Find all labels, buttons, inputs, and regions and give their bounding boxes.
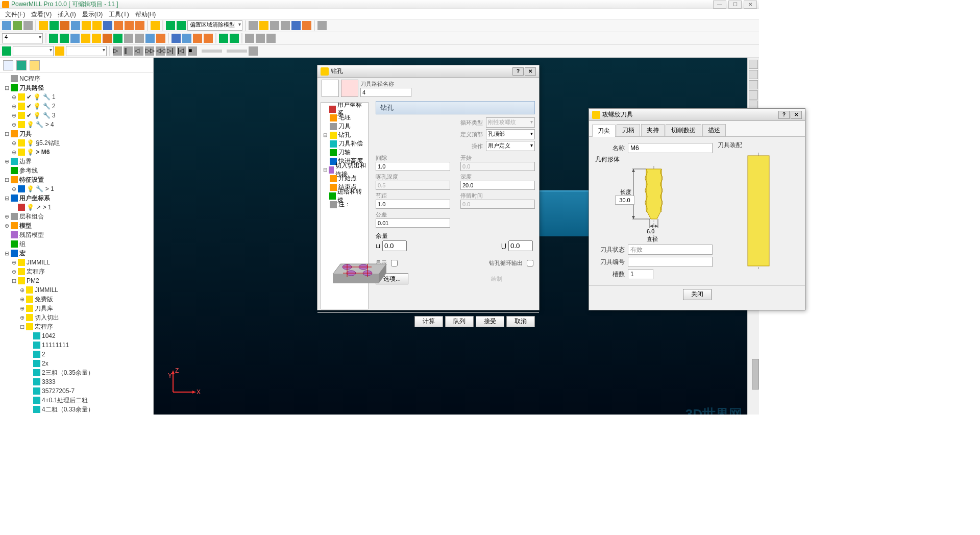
tree-node[interactable]: 参考线	[2, 166, 151, 175]
viewport-3d[interactable]: X Z Y 3D世界网 Delcam 钻孔 ? ✕	[154, 58, 747, 415]
explorer-tree-icon[interactable]	[3, 60, 13, 70]
cancel-button[interactable]: 取消	[506, 316, 535, 327]
path-name-input[interactable]	[360, 88, 411, 97]
tree-node[interactable]: ⊕切入切出	[2, 313, 151, 322]
pitch-input[interactable]	[376, 200, 450, 209]
tab-shank[interactable]: 刀柄	[617, 124, 640, 136]
tb-strategy-icon[interactable]	[166, 21, 175, 30]
tb2-icon[interactable]	[256, 34, 265, 43]
tree-node[interactable]: ⊕免费版	[2, 295, 151, 304]
tb2-icon[interactable]	[103, 34, 112, 43]
drill-preview-icon[interactable]	[341, 80, 358, 97]
drill-tree-item[interactable]: ⊟切入切出和连接	[323, 165, 366, 174]
tb-icon[interactable]	[259, 21, 268, 30]
tab-tip[interactable]: 刀尖	[592, 125, 616, 137]
calc-button[interactable]: 计算	[414, 316, 443, 327]
menu-display[interactable]: 显示(D)	[80, 10, 105, 18]
tb-icon[interactable]	[302, 21, 311, 30]
drill-strategy-icon[interactable]	[322, 80, 339, 97]
tb-block-icon[interactable]	[39, 21, 48, 30]
tool-close-btn[interactable]: 关闭	[683, 289, 712, 300]
cycle-out-checkbox[interactable]	[527, 260, 533, 266]
tree-node[interactable]: 4二粗（0.33余量）	[2, 405, 151, 414]
tb-icon[interactable]	[249, 21, 258, 30]
tb2-icon[interactable]	[156, 34, 165, 43]
tb-icon[interactable]	[60, 21, 69, 30]
tb-icon[interactable]	[270, 21, 279, 30]
tree-node[interactable]: ⊕JIMMILL	[2, 285, 151, 295]
tb-icon[interactable]	[281, 21, 290, 30]
drill-close-button[interactable]: ✕	[525, 67, 536, 76]
tree-node[interactable]: ⊟特征设置	[2, 175, 151, 184]
tb-icon[interactable]	[125, 21, 134, 30]
start-icon[interactable]: |◁	[177, 46, 186, 56]
gap-input[interactable]	[376, 162, 450, 171]
tb-icon[interactable]	[114, 21, 123, 30]
menu-view[interactable]: 查看(V)	[29, 10, 54, 18]
tol-input[interactable]	[376, 218, 450, 228]
tree-node[interactable]: 11111111	[2, 341, 151, 350]
tb3-combo2[interactable]	[66, 46, 107, 56]
tree-node[interactable]: NC程序	[2, 74, 151, 83]
pause-icon[interactable]: ‖	[124, 46, 133, 56]
tree-node[interactable]: ⊟刀具	[2, 129, 151, 138]
tb-strategy2-icon[interactable]	[177, 21, 186, 30]
drill-tree-item[interactable]: 用户坐标系	[323, 105, 366, 113]
tree-node[interactable]: 1042	[2, 331, 151, 341]
tb2-icon[interactable]	[135, 34, 144, 43]
tb2-icon[interactable]	[230, 34, 239, 43]
tb3-close-icon[interactable]	[249, 46, 258, 56]
tb2-icon[interactable]	[172, 34, 181, 43]
drill-tree-item[interactable]: 刀具补偿	[323, 139, 366, 148]
drill-tree-item[interactable]: 刀轴	[323, 148, 366, 157]
tree-node[interactable]: 4+0.1处理后二粗	[2, 396, 151, 405]
stop-icon[interactable]: ■	[188, 46, 197, 56]
tree-node[interactable]: ⊟PM2	[2, 276, 151, 285]
tool-close-button[interactable]: ✕	[791, 111, 802, 119]
speed-slider2[interactable]	[227, 50, 247, 53]
explorer-trash-icon[interactable]	[30, 60, 40, 70]
tb2-icon[interactable]	[124, 34, 133, 43]
tree-node[interactable]: 组	[2, 239, 151, 249]
length-input[interactable]	[615, 196, 634, 205]
tree-node[interactable]: 2x	[2, 359, 151, 368]
tb2-icon[interactable]	[219, 34, 228, 43]
tool-help-button[interactable]: ?	[778, 111, 790, 119]
tb-open-icon[interactable]	[13, 21, 22, 30]
tree-node[interactable]: ⊟宏	[2, 249, 151, 258]
rb-side-icon[interactable]	[749, 90, 758, 100]
tb-icon[interactable]	[135, 21, 144, 30]
tree-node[interactable]: 8+0.5处理后开粗	[2, 414, 151, 415]
tree-node[interactable]: 3333	[2, 377, 151, 386]
speed-slider[interactable]	[202, 50, 222, 53]
tb2-icon[interactable]	[182, 34, 191, 43]
menu-tools[interactable]: 工具(T)	[107, 10, 131, 18]
tb-icon[interactable]	[82, 21, 91, 30]
tb2-icon[interactable]	[70, 34, 80, 43]
tb3-icon[interactable]	[55, 46, 64, 56]
tool-flute-input[interactable]	[628, 269, 653, 279]
tb-icon[interactable]	[50, 21, 59, 30]
path-combo[interactable]: 4	[2, 33, 43, 43]
rb-top-icon[interactable]	[749, 70, 758, 79]
tree-node[interactable]: ⊕宏程序	[2, 267, 151, 276]
tree-node[interactable]: 💡 ↗ > 1	[2, 203, 151, 212]
tree-node[interactable]: ⊕✔ 💡 🔧 1	[2, 92, 151, 102]
tree-node[interactable]: ⊕ 💡 🔧 > 4	[2, 120, 151, 129]
tab-holder[interactable]: 夹持	[641, 124, 665, 136]
tb-icon[interactable]	[71, 21, 80, 30]
drill-tree-item[interactable]: ⊟钻孔	[323, 131, 366, 139]
drill-help-button[interactable]: ?	[512, 67, 524, 76]
tool-name-input[interactable]	[628, 143, 713, 153]
tree-node[interactable]: ⊕✔ 💡 🔧 2	[2, 102, 151, 111]
tb-new-icon[interactable]	[2, 21, 11, 30]
tree-node[interactable]: 残留模型	[2, 230, 151, 239]
play-icon[interactable]: ▷	[113, 46, 122, 56]
tree-node[interactable]: ⊕✔ 💡 🔧 3	[2, 111, 151, 120]
menu-insert[interactable]: 插入(I)	[56, 10, 78, 18]
tool-id-input[interactable]	[628, 257, 713, 267]
tree-node[interactable]: 35727205-7	[2, 386, 151, 396]
tb-close-icon[interactable]	[317, 21, 327, 30]
tb-save-icon[interactable]	[23, 21, 33, 30]
tab-cutdata[interactable]: 切削数据	[666, 124, 701, 136]
